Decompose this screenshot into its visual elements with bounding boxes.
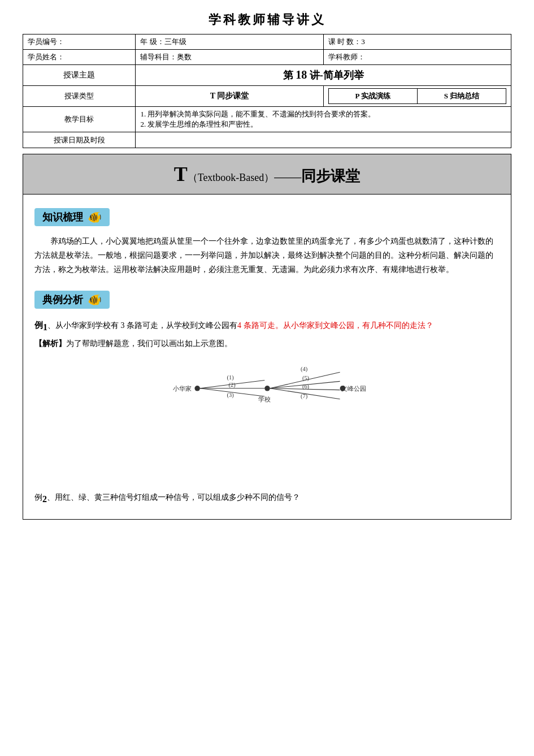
example2-num: 2 — [42, 494, 47, 504]
svg-point-0 — [194, 386, 200, 391]
diagram-svg: (1) (2) (3) (4) (5) (6) (7) 小华家 学校 文峰公园 — [154, 355, 380, 417]
type-label: 授课类型 — [23, 86, 136, 107]
student-name-label: 学员姓名： — [23, 50, 136, 65]
svg-text:(4): (4) — [301, 366, 308, 373]
example2-text: 、用红、绿、黄三种信号灯组成一种信号，可以组成多少种不同的信号？ — [47, 493, 300, 502]
knowledge-box: 知识梳理 🐠 — [34, 208, 110, 226]
t-section-header: T（Textbook-Based）——同步课堂 — [23, 154, 511, 194]
grade-label: 年 级： — [140, 37, 164, 46]
goal1: 1. 用列举解决简单实际问题，能不重复、不遗漏的找到符合要求的答案。 — [140, 109, 506, 119]
hours-cell: 课 时 数：3 — [323, 34, 511, 50]
svg-text:(1): (1) — [227, 374, 234, 381]
example1-text-normal: 、从小华家到学校有 3 条路可走，从学校到文峰公园有 — [47, 321, 237, 330]
analysis-label: 【解析】 — [34, 339, 66, 348]
date-label: 授课日期及时段 — [23, 132, 136, 148]
example2-label: 例 — [34, 493, 42, 502]
type-t: T 同步课堂 — [136, 86, 323, 107]
example1-end: 走法？ — [410, 321, 433, 330]
example-box: 典例分析 🐠 — [34, 291, 110, 309]
info-table: 学员编号： 年 级：三年级 课 时 数：3 学员姓名： 辅导科目：奥数 学科教师… — [23, 34, 511, 148]
example1-line: 例1、从小华家到学校有 3 条路可走，从学校到文峰公园有4 条路可走。从小华家到… — [34, 318, 500, 336]
teacher-label: 学科教师： — [323, 50, 511, 65]
analysis-text: 为了帮助理解题意，我们可以画出如上示意图。 — [66, 339, 232, 348]
svg-text:文峰公园: 文峰公园 — [341, 385, 366, 392]
diagram-area: (1) (2) (3) (4) (5) (6) (7) 小华家 学校 文峰公园 — [34, 355, 500, 422]
example2-line: 例2、用红、绿、黄三种信号灯组成一种信号，可以组成多少种不同的信号？ — [34, 490, 500, 508]
example1-label: 例 — [34, 321, 43, 330]
type-s: S 归纳总结 — [417, 89, 506, 104]
example1-num: 1 — [43, 322, 47, 331]
date-value — [136, 132, 511, 148]
grade-cell: 年 级：三年级 — [136, 34, 323, 50]
svg-text:(3): (3) — [227, 392, 234, 399]
svg-point-1 — [264, 386, 270, 391]
subject-cell: 辅导科目：奥数 — [136, 50, 323, 65]
header-textbook: （Textbook-Based） — [188, 172, 275, 183]
hours-value: 3 — [361, 37, 365, 46]
svg-text:(7): (7) — [301, 393, 308, 400]
subject-label: 辅导科目： — [140, 53, 177, 61]
page-title: 学科教师辅导讲义 — [23, 11, 511, 28]
topic-label: 授课主题 — [23, 65, 136, 86]
knowledge-text: 养鸡场的工人，小心翼翼地把鸡蛋从筐里一个一个往外拿，边拿边数筐里的鸡蛋拿光了，有… — [34, 234, 500, 277]
header-t: T — [174, 163, 188, 185]
analysis-line: 【解析】为了帮助理解题意，我们可以画出如上示意图。 — [34, 339, 500, 349]
svg-text:(2): (2) — [228, 382, 236, 388]
blank-space — [34, 434, 500, 479]
svg-text:(5): (5) — [302, 375, 309, 382]
topic-value: 第 18 讲-简单列举 — [136, 65, 511, 86]
svg-text:(6): (6) — [302, 383, 309, 390]
goal2: 2. 发展学生思维的条理性和严密性。 — [140, 119, 506, 129]
header-dash: —— — [274, 169, 301, 184]
content-area: 知识梳理 🐠 养鸡场的工人，小心翼翼地把鸡蛋从筐里一个一个往外拿，边拿边数筐里的… — [23, 194, 511, 520]
hours-label: 课 时 数： — [328, 37, 362, 46]
svg-text:小华家: 小华家 — [173, 385, 192, 392]
example1-highlight: 4 条路可走。从小华家到文峰公园，有几种不同的 — [237, 321, 410, 330]
svg-text:学校: 学校 — [258, 396, 270, 403]
grade-value: 三年级 — [164, 37, 186, 46]
fish-icon: 🐠 — [88, 210, 102, 224]
subject-value: 奥数 — [177, 53, 192, 61]
knowledge-title: 知识梳理 — [42, 210, 83, 224]
header-title: 同步课堂 — [301, 168, 360, 184]
example-title-text: 典例分析 — [42, 293, 83, 306]
type-p: P 实战演练 — [328, 89, 417, 104]
goals-content: 1. 用列举解决简单实际问题，能不重复、不遗漏的找到符合要求的答案。 2. 发展… — [136, 107, 511, 132]
example-fish-icon: 🐠 — [88, 293, 102, 306]
goals-label: 教学目标 — [23, 107, 136, 132]
student-id-label: 学员编号： — [23, 34, 136, 50]
